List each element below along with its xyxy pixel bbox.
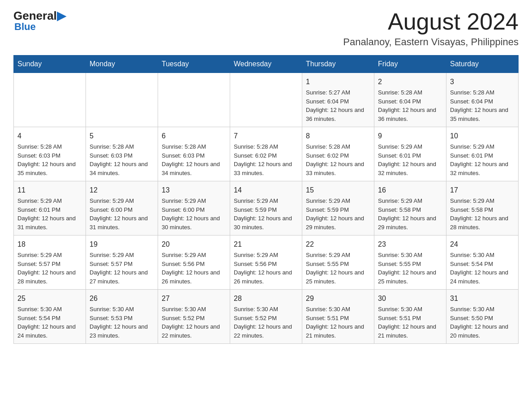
day-number: 19	[90, 239, 154, 250]
cell-sun-data: Sunrise: 5:29 AMSunset: 6:01 PMDaylight:…	[378, 142, 442, 177]
calendar-cell: 16Sunrise: 5:29 AMSunset: 5:58 PMDayligh…	[374, 181, 446, 235]
day-number: 28	[234, 293, 298, 304]
cell-sun-data: Sunrise: 5:28 AMSunset: 6:03 PMDaylight:…	[17, 142, 82, 177]
calendar-cell: 2Sunrise: 5:28 AMSunset: 6:04 PMDaylight…	[374, 73, 446, 127]
title-block: August 2024 Panalanoy, Eastern Visayas, …	[343, 9, 519, 48]
day-number: 15	[306, 185, 370, 196]
cell-sun-data: Sunrise: 5:29 AMSunset: 5:55 PMDaylight:…	[306, 251, 370, 286]
cell-sun-data: Sunrise: 5:29 AMSunset: 6:01 PMDaylight:…	[17, 197, 82, 231]
calendar-cell: 10Sunrise: 5:29 AMSunset: 6:01 PMDayligh…	[446, 127, 519, 181]
weekday-header-saturday: Saturday	[446, 56, 519, 73]
calendar-week-row: 1Sunrise: 5:27 AMSunset: 6:04 PMDaylight…	[14, 73, 519, 127]
cell-sun-data: Sunrise: 5:28 AMSunset: 6:02 PMDaylight:…	[306, 142, 370, 177]
calendar-cell: 24Sunrise: 5:30 AMSunset: 5:54 PMDayligh…	[446, 235, 519, 290]
day-number: 12	[90, 185, 154, 196]
day-number: 4	[17, 131, 82, 141]
day-number: 3	[450, 77, 515, 87]
day-number: 30	[378, 293, 442, 304]
day-number: 13	[162, 185, 226, 196]
cell-sun-data: Sunrise: 5:30 AMSunset: 5:55 PMDaylight:…	[378, 251, 442, 286]
month-title: August 2024	[343, 9, 519, 34]
day-number: 17	[450, 185, 515, 196]
cell-sun-data: Sunrise: 5:29 AMSunset: 5:57 PMDaylight:…	[17, 251, 82, 286]
calendar-week-row: 11Sunrise: 5:29 AMSunset: 6:01 PMDayligh…	[14, 181, 519, 235]
cell-sun-data: Sunrise: 5:28 AMSunset: 6:03 PMDaylight:…	[162, 142, 226, 177]
calendar-cell	[230, 73, 302, 127]
cell-sun-data: Sunrise: 5:28 AMSunset: 6:03 PMDaylight:…	[90, 142, 154, 177]
calendar-cell: 25Sunrise: 5:30 AMSunset: 5:54 PMDayligh…	[14, 290, 86, 344]
day-number: 16	[378, 185, 442, 196]
logo-sub: Blue	[14, 21, 36, 33]
cell-sun-data: Sunrise: 5:29 AMSunset: 5:59 PMDaylight:…	[306, 197, 370, 231]
cell-sun-data: Sunrise: 5:28 AMSunset: 6:04 PMDaylight:…	[450, 88, 515, 123]
calendar-cell: 17Sunrise: 5:29 AMSunset: 5:58 PMDayligh…	[446, 181, 519, 235]
calendar-cell: 30Sunrise: 5:30 AMSunset: 5:51 PMDayligh…	[374, 290, 446, 344]
weekday-header-thursday: Thursday	[302, 56, 374, 73]
day-number: 10	[450, 131, 515, 141]
calendar-cell: 21Sunrise: 5:29 AMSunset: 5:56 PMDayligh…	[230, 235, 302, 290]
calendar-week-row: 4Sunrise: 5:28 AMSunset: 6:03 PMDaylight…	[14, 127, 519, 181]
day-number: 9	[378, 131, 442, 141]
calendar-week-row: 25Sunrise: 5:30 AMSunset: 5:54 PMDayligh…	[14, 290, 519, 344]
calendar-cell	[158, 73, 230, 127]
cell-sun-data: Sunrise: 5:29 AMSunset: 6:00 PMDaylight:…	[90, 197, 154, 231]
calendar-cell: 15Sunrise: 5:29 AMSunset: 5:59 PMDayligh…	[302, 181, 374, 235]
day-number: 26	[90, 293, 154, 304]
calendar-cell: 11Sunrise: 5:29 AMSunset: 6:01 PMDayligh…	[14, 181, 86, 235]
day-number: 25	[17, 293, 82, 304]
cell-sun-data: Sunrise: 5:29 AMSunset: 6:01 PMDaylight:…	[450, 142, 515, 177]
day-number: 29	[306, 293, 370, 304]
day-number: 27	[162, 293, 226, 304]
cell-sun-data: Sunrise: 5:29 AMSunset: 5:59 PMDaylight:…	[234, 197, 298, 231]
calendar-cell: 7Sunrise: 5:28 AMSunset: 6:02 PMDaylight…	[230, 127, 302, 181]
day-number: 7	[234, 131, 298, 141]
weekday-header-monday: Monday	[86, 56, 158, 73]
calendar-cell: 6Sunrise: 5:28 AMSunset: 6:03 PMDaylight…	[158, 127, 230, 181]
day-number: 11	[17, 185, 82, 196]
calendar-week-row: 18Sunrise: 5:29 AMSunset: 5:57 PMDayligh…	[14, 235, 519, 290]
cell-sun-data: Sunrise: 5:29 AMSunset: 5:58 PMDaylight:…	[378, 197, 442, 231]
weekday-header-wednesday: Wednesday	[230, 56, 302, 73]
day-number: 24	[450, 239, 515, 250]
day-number: 31	[450, 293, 515, 304]
cell-sun-data: Sunrise: 5:28 AMSunset: 6:02 PMDaylight:…	[234, 142, 298, 177]
calendar-cell: 3Sunrise: 5:28 AMSunset: 6:04 PMDaylight…	[446, 73, 519, 127]
cell-sun-data: Sunrise: 5:29 AMSunset: 5:56 PMDaylight:…	[234, 251, 298, 286]
calendar-cell: 22Sunrise: 5:29 AMSunset: 5:55 PMDayligh…	[302, 235, 374, 290]
calendar-cell: 29Sunrise: 5:30 AMSunset: 5:51 PMDayligh…	[302, 290, 374, 344]
calendar-cell: 19Sunrise: 5:29 AMSunset: 5:57 PMDayligh…	[86, 235, 158, 290]
weekday-header-sunday: Sunday	[14, 56, 86, 73]
cell-sun-data: Sunrise: 5:29 AMSunset: 5:58 PMDaylight:…	[450, 197, 515, 231]
cell-sun-data: Sunrise: 5:30 AMSunset: 5:51 PMDaylight:…	[306, 305, 370, 340]
weekday-header-friday: Friday	[374, 56, 446, 73]
calendar-cell	[14, 73, 86, 127]
page-header: General ▶ Blue August 2024 Panalanoy, Ea…	[13, 9, 519, 48]
cell-sun-data: Sunrise: 5:30 AMSunset: 5:50 PMDaylight:…	[450, 305, 515, 340]
calendar-cell: 13Sunrise: 5:29 AMSunset: 6:00 PMDayligh…	[158, 181, 230, 235]
calendar-cell: 4Sunrise: 5:28 AMSunset: 6:03 PMDaylight…	[14, 127, 86, 181]
calendar-cell: 5Sunrise: 5:28 AMSunset: 6:03 PMDaylight…	[86, 127, 158, 181]
day-number: 18	[17, 239, 82, 250]
cell-sun-data: Sunrise: 5:29 AMSunset: 6:00 PMDaylight:…	[162, 197, 226, 231]
calendar-table: SundayMondayTuesdayWednesdayThursdayFrid…	[13, 55, 519, 344]
day-number: 1	[306, 77, 370, 87]
calendar-cell: 1Sunrise: 5:27 AMSunset: 6:04 PMDaylight…	[302, 73, 374, 127]
day-number: 2	[378, 77, 442, 87]
cell-sun-data: Sunrise: 5:30 AMSunset: 5:52 PMDaylight:…	[162, 305, 226, 340]
calendar-cell: 8Sunrise: 5:28 AMSunset: 6:02 PMDaylight…	[302, 127, 374, 181]
cell-sun-data: Sunrise: 5:30 AMSunset: 5:54 PMDaylight:…	[450, 251, 515, 286]
logo-blue: ▶	[57, 9, 66, 23]
day-number: 22	[306, 239, 370, 250]
cell-sun-data: Sunrise: 5:30 AMSunset: 5:52 PMDaylight:…	[234, 305, 298, 340]
day-number: 6	[162, 131, 226, 141]
calendar-cell: 12Sunrise: 5:29 AMSunset: 6:00 PMDayligh…	[86, 181, 158, 235]
cell-sun-data: Sunrise: 5:28 AMSunset: 6:04 PMDaylight:…	[378, 88, 442, 123]
weekday-header-row: SundayMondayTuesdayWednesdayThursdayFrid…	[14, 56, 519, 73]
cell-sun-data: Sunrise: 5:30 AMSunset: 5:53 PMDaylight:…	[90, 305, 154, 340]
calendar-cell: 9Sunrise: 5:29 AMSunset: 6:01 PMDaylight…	[374, 127, 446, 181]
location-title: Panalanoy, Eastern Visayas, Philippines	[343, 36, 519, 48]
cell-sun-data: Sunrise: 5:30 AMSunset: 5:54 PMDaylight:…	[17, 305, 82, 340]
calendar-cell: 26Sunrise: 5:30 AMSunset: 5:53 PMDayligh…	[86, 290, 158, 344]
calendar-cell: 23Sunrise: 5:30 AMSunset: 5:55 PMDayligh…	[374, 235, 446, 290]
cell-sun-data: Sunrise: 5:29 AMSunset: 5:56 PMDaylight:…	[162, 251, 226, 286]
